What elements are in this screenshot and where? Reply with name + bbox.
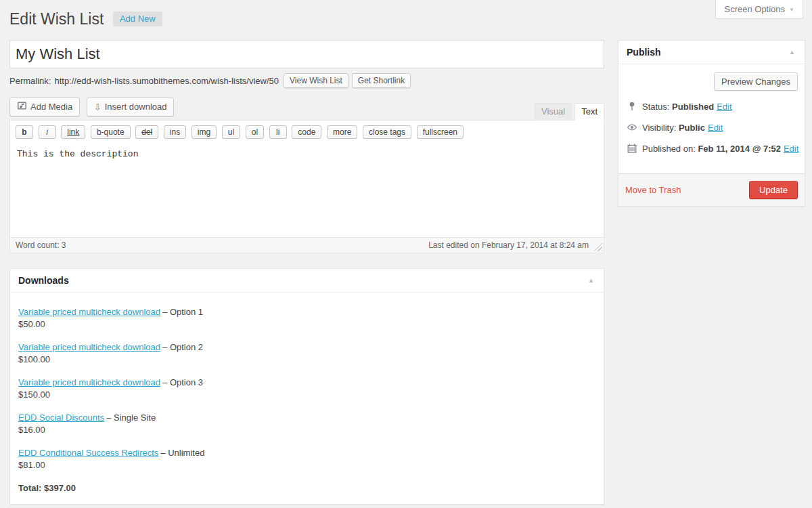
status-row: Status: PublishedEdit [627,101,796,112]
download-price: $100.00 [18,354,595,366]
calendar-icon [627,143,637,154]
side-column: Publish ▲ Preview Changes Status: Publis… [618,40,805,207]
publishing-actions: Move to Trash Update [618,173,805,206]
visibility-row: Visibility: PublicEdit [627,122,796,133]
editor-mode-tabs: Visual Text [532,103,604,121]
publish-metabox: Publish ▲ Preview Changes Status: Publis… [618,40,805,207]
quicktag-li-button[interactable]: li [269,125,287,139]
download-variant: – Unlimited [160,448,204,458]
downloads-metabox: Downloads ▲ Variable priced multicheck d… [9,268,604,505]
visibility-value: Public [679,123,705,133]
download-variant: – Option 3 [162,377,203,387]
publish-title: Publish [627,47,661,58]
quicktag-close-tags-button[interactable]: close tags [363,125,411,139]
published-on-label: Published on: [642,144,698,154]
download-item: Variable priced multicheck download– Opt… [18,341,595,366]
downloads-metabox-header[interactable]: Downloads ▲ [10,269,604,293]
published-on-row: Published on: Feb 11, 2014 @ 7:52Edit [627,143,796,154]
text-editor: b i link b-quote del ins img ul ol li co… [9,120,604,253]
download-price: $81.00 [18,459,595,471]
page-header: Edit Wish List Add New [9,9,803,29]
download-link[interactable]: Variable priced multicheck download [18,377,160,387]
get-shortlink-button[interactable]: Get Shortlink [352,73,411,88]
download-link[interactable]: Variable priced multicheck download [18,307,160,317]
pin-icon [627,101,637,112]
edit-wishlist-page: Edit Wish List Add New Permalink: http:/… [0,0,812,505]
quicktag-fullscreen-button[interactable]: fullscreen [417,125,464,139]
permalink-url: http://edd-wish-lists.sumobithemes.com/w… [54,76,279,86]
collapse-icon[interactable]: ▲ [788,49,796,56]
insert-download-label: Insert download [105,102,167,112]
download-price: $50.00 [18,318,595,331]
download-link[interactable]: Variable priced multicheck download [18,342,160,352]
resize-grip[interactable] [593,242,602,251]
quicktag-del-button[interactable]: del [135,125,158,139]
editor-toolbar-row: Add Media ⇩Insert download Visual Text [9,97,604,120]
visibility-label: Visibility: [642,123,679,133]
published-on-value: Feb 11, 2014 @ 7:52 [698,144,781,154]
edit-published-on-link[interactable]: Edit [784,144,798,154]
media-icon [17,101,27,113]
preview-changes-button[interactable]: Preview Changes [714,72,798,91]
download-arrow-icon: ⇩ [94,102,102,113]
page-title: Edit Wish List [9,10,104,28]
quicktag-code-button[interactable]: code [292,125,321,139]
content-textarea[interactable]: This is the description [10,142,604,237]
last-edited-text: Last edited on February 17, 2014 at 8:24… [428,240,589,250]
insert-download-button[interactable]: ⇩Insert download [87,98,175,117]
status-value: Published [672,102,714,112]
add-new-button[interactable]: Add New [113,12,162,26]
screen-options-label: Screen Options [724,4,785,14]
quicktag-more-button[interactable]: more [327,125,357,139]
permalink-label: Permalink: [9,76,51,86]
download-price: $16.00 [18,424,595,436]
move-to-trash-link[interactable]: Move to Trash [625,185,681,195]
download-price: $150.00 [18,389,595,401]
eye-icon [627,122,637,133]
editor-statusbar: Word count: 3 Last edited on February 17… [10,237,604,253]
status-label: Status: [642,102,672,112]
main-column: Permalink: http://edd-wish-lists.sumobit… [9,40,604,505]
quicktags-toolbar: b i link b-quote del ins img ul ol li co… [10,121,604,142]
download-item: Variable priced multicheck download– Opt… [18,306,595,331]
download-item: Variable priced multicheck download– Opt… [18,377,595,401]
quicktag-ins-button[interactable]: ins [164,125,186,139]
permalink-row: Permalink: http://edd-wish-lists.sumobit… [9,73,604,88]
view-wishlist-button[interactable]: View Wish List [284,73,348,88]
edit-status-link[interactable]: Edit [717,102,731,112]
quicktag-img-button[interactable]: img [191,125,217,139]
quicktag-ul-button[interactable]: ul [222,125,240,139]
title-input[interactable] [9,40,604,68]
quicktag-link-button[interactable]: link [61,125,85,139]
quicktag-ol-button[interactable]: ol [246,125,264,139]
download-variant: – Option 2 [162,342,203,352]
screen-options-button[interactable]: Screen Options▼ [715,0,803,19]
quicktag-bold-button[interactable]: b [16,125,33,139]
quicktag-italic-button[interactable]: i [39,125,56,139]
add-media-button[interactable]: Add Media [9,98,80,117]
quicktag-blockquote-button[interactable]: b-quote [91,125,131,139]
word-count: Word count: 3 [16,240,66,250]
update-button[interactable]: Update [749,181,798,199]
download-link[interactable]: EDD Social Discounts [18,412,104,423]
download-item: EDD Social Discounts– Single Site $16.00 [18,412,595,436]
downloads-total: Total: $397.00 [18,483,595,493]
download-item: EDD Conditional Success Redirects– Unlim… [18,447,595,471]
publish-metabox-header[interactable]: Publish ▲ [618,41,805,64]
download-variant: – Single Site [106,412,156,423]
edit-visibility-link[interactable]: Edit [708,123,723,133]
tab-visual[interactable]: Visual [535,103,572,121]
download-link[interactable]: EDD Conditional Success Redirects [18,448,158,458]
chevron-down-icon: ▼ [789,7,794,13]
downloads-list: Variable priced multicheck download– Opt… [10,293,604,504]
add-media-label: Add Media [30,102,72,112]
downloads-title: Downloads [18,275,69,286]
download-variant: – Option 1 [162,307,203,317]
collapse-icon[interactable]: ▲ [587,277,595,284]
tab-text[interactable]: Text [574,103,604,121]
